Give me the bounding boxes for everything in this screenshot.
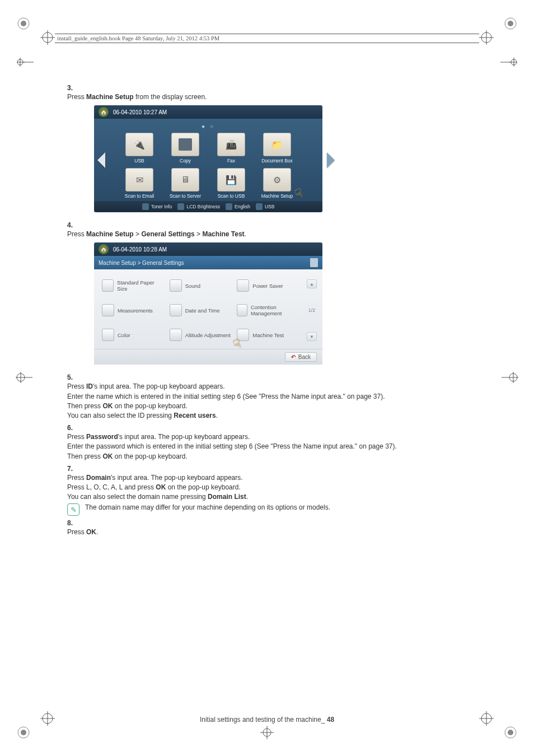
pointer-hand-icon: ☟ [293,186,305,202]
step-4: 4. Press Machine Setup > General Setting… [67,221,467,370]
footer-brightness[interactable]: LCD Brightness [177,203,220,210]
footer-language[interactable]: English [226,203,250,210]
step-text: You can also select the domain name pres… [67,492,451,501]
step-text: Press Domain's input area. The pop-up ke… [67,473,451,482]
breadcrumb: Machine Setup > General Settings [99,260,184,266]
page-footer: Initial settings and testing of the mach… [0,716,534,724]
bottom-mark-icon [259,726,275,739]
crop-mark-icon [503,16,518,31]
step-number: 7. [67,465,83,473]
registration-mark-icon [40,30,55,45]
nav-right-icon[interactable] [327,152,335,168]
step-5: 5. Press ID's input area. The pop-up key… [67,374,467,421]
cut-mark-icon [500,56,517,68]
tile-machine-setup[interactable]: ⚙ Machine Setup ☟ [256,168,298,199]
running-header: install_guide_english.book Page 48 Satur… [55,34,479,43]
footer-usb[interactable]: USB [256,203,274,210]
step-text: Enter the password which is entered in t… [67,442,451,451]
crop-mark-icon [16,16,31,31]
option-color[interactable]: Color [102,329,164,341]
screenshot-home-menu: 🏠 06-04-2010 10:27 AM ● ○ 🔌USB Copy 📠Fax… [94,105,322,212]
side-mark-icon [502,371,518,384]
note-text: The domain name may differ for your mach… [85,503,330,511]
option-date-time[interactable]: Date and Time [170,304,232,316]
cut-mark-icon [17,56,34,68]
fax-icon: 📠 [217,133,245,156]
tile-document-box[interactable]: 📁Document Box [256,133,298,164]
step-text: Press ID's input area. The pop-up keyboa… [67,382,451,391]
step-number: 3. [67,84,83,92]
step-number: 4. [67,221,83,229]
usb-small-icon [256,203,263,210]
step-3: 3. Press Machine Setup from the display … [67,84,467,218]
home-icon[interactable]: 🏠 [99,107,109,117]
language-icon [226,203,232,210]
usb-icon: 🔌 [125,133,153,156]
scan-usb-icon: 💾 [217,168,245,192]
step-8: 8. Press OK. [67,519,467,537]
step-text: Press Machine Setup from the display scr… [67,92,451,101]
side-mark-icon [16,371,32,384]
brightness-icon [177,203,184,210]
nav-left-icon[interactable] [97,152,105,168]
option-machine-test[interactable]: Machine Test ☟ [237,329,299,341]
step-7: 7. Press Domain's input area. The pop-up… [67,465,467,516]
option-measurements[interactable]: Measurements [102,304,164,316]
gear-icon: ⚙ [263,168,291,192]
copy-icon [171,133,199,156]
step-text: Press L, O, C, A, L and press OK on the … [67,483,451,492]
page-indicator: 1/2 [308,307,316,313]
toner-icon [142,203,149,210]
step-number: 8. [67,519,83,527]
option-altitude-adjustment[interactable]: Altitude Adjustment [170,329,232,341]
step-text: Enter the name which is entered in the i… [67,392,451,401]
document-icon[interactable] [310,258,318,267]
step-number: 5. [67,374,83,381]
tile-scan-email[interactable]: ✉Scan to Email [119,168,160,199]
screenshot-general-settings: 🏠 06-04-2010 10:28 AM Machine Setup > Ge… [94,242,322,365]
tile-scan-server[interactable]: 🖥Scan to Server [165,168,206,199]
back-button[interactable]: Back [285,352,317,362]
page-dots: ● ○ [94,122,322,133]
tile-copy[interactable]: Copy [165,133,206,164]
option-power-saver[interactable]: Power Saver [237,279,299,292]
registration-mark-icon [479,30,494,45]
step-text: Then press OK on the pop-up keyboard. [67,452,451,461]
tile-usb[interactable]: 🔌USB [119,133,160,164]
step-text: Press Password's input area. The pop-up … [67,432,451,441]
svg-point-6 [508,21,513,26]
svg-point-1 [21,21,26,26]
scan-email-icon: ✉ [125,168,153,192]
home-icon[interactable]: 🏠 [99,244,109,254]
step-6: 6. Press Password's input area. The pop-… [67,424,467,461]
step-text: Then press OK on the pop-up keyboard. [67,402,451,410]
footer-toner[interactable]: Toner Info [142,203,172,210]
step-text: You can also select the ID pressing Rece… [67,411,451,420]
tile-scan-usb[interactable]: 💾Scan to USB [210,168,252,199]
option-contention-management[interactable]: Contention Management [237,304,299,316]
tile-fax[interactable]: 📠Fax [210,133,252,164]
folder-icon: 📁 [263,133,291,156]
clock-label: 06-04-2010 10:28 AM [113,246,167,253]
step-number: 6. [67,424,83,432]
option-standard-paper-size[interactable]: Standard Paper Size [102,279,164,292]
option-sound[interactable]: Sound [170,279,232,292]
svg-point-25 [21,730,26,735]
note-icon: ✎ [67,503,79,516]
crop-mark-icon [503,725,518,740]
scroll-up-button[interactable]: ▲ [307,279,317,288]
note: ✎ The domain name may differ for your ma… [67,503,451,516]
step-text: Press OK. [67,528,451,536]
clock-label: 06-04-2010 10:27 AM [113,109,167,115]
crop-mark-icon [16,725,31,740]
svg-point-30 [508,730,513,735]
step-text: Press Machine Setup > General Settings >… [67,230,451,239]
scroll-down-button[interactable]: ▼ [307,332,317,341]
scan-server-icon: 🖥 [171,168,199,192]
